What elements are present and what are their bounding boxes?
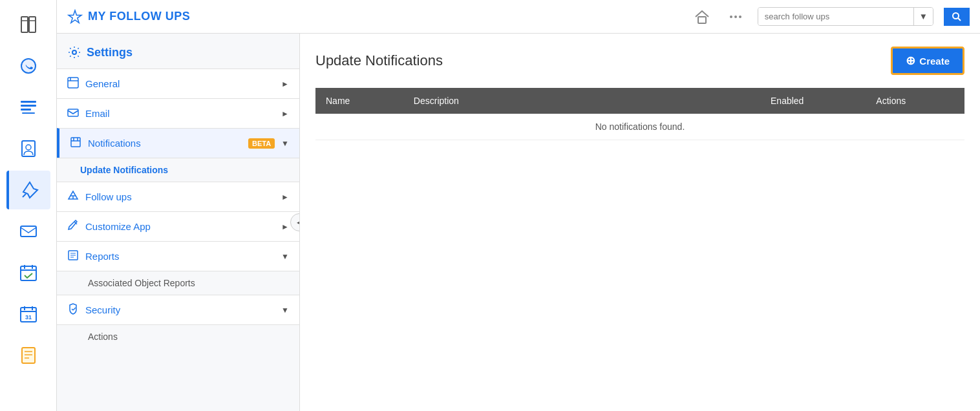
star-icon [67, 9, 83, 25]
no-data-message: No notifications found. [315, 114, 964, 140]
notifications-label: Notifications [88, 138, 238, 149]
main-content: Update Notifications ⊕ Create Name Descr… [300, 34, 980, 411]
svg-point-4 [21, 59, 36, 73]
general-icon [67, 77, 79, 90]
security-icon [67, 303, 79, 317]
customize-app-label: Customize App [85, 221, 275, 232]
follow-ups-label: Follow ups [85, 191, 275, 202]
nav-contacts[interactable] [6, 129, 50, 168]
app-title-text: MY FOLLOW UPS [88, 10, 190, 23]
page-title: Update Notifications [315, 52, 443, 69]
col-name: Name [315, 88, 403, 114]
svg-point-27 [730, 16, 732, 18]
sidebar-item-customize-app[interactable]: Customize App ► [57, 211, 299, 241]
svg-rect-13 [21, 266, 36, 280]
create-plus-icon: ⊕ [906, 54, 915, 68]
nav-phone[interactable] [6, 47, 50, 85]
svg-rect-8 [22, 112, 35, 114]
col-enabled: Enabled [760, 88, 866, 114]
col-description: Description [403, 88, 760, 114]
nav-book[interactable] [6, 5, 50, 44]
no-data-row: No notifications found. [315, 114, 964, 140]
email-icon [67, 107, 79, 120]
search-container: ▼ [758, 7, 933, 26]
nav-calendar-check[interactable] [6, 253, 50, 292]
svg-line-11 [23, 194, 26, 197]
home-button[interactable] [690, 5, 714, 28]
nav-mail[interactable] [6, 212, 50, 251]
nav-pin[interactable] [6, 171, 50, 209]
svg-point-28 [734, 16, 737, 18]
sidebar-item-notifications[interactable]: Notifications BETA ▼ [57, 128, 299, 158]
update-notifications-label: Update Notifications [80, 165, 168, 175]
security-label: Security [85, 304, 275, 315]
email-chevron: ► [281, 109, 289, 118]
actions-label: Actions [88, 332, 118, 342]
svg-rect-6 [21, 105, 36, 107]
svg-line-49 [73, 308, 76, 310]
email-label: Email [85, 108, 275, 119]
col-actions: Actions [866, 88, 964, 114]
svg-line-48 [72, 309, 73, 310]
svg-point-32 [72, 50, 76, 54]
svg-rect-5 [21, 101, 36, 103]
left-nav: 31 [0, 0, 57, 411]
notifications-icon [70, 136, 81, 150]
sidebar-sub-item-associated-object-reports[interactable]: Associated Object Reports [57, 271, 299, 295]
svg-rect-36 [68, 109, 78, 116]
svg-rect-12 [21, 226, 36, 237]
follow-ups-icon [67, 190, 79, 204]
notifications-table: Name Description Enabled Actions No noti… [315, 88, 964, 140]
general-label: General [85, 78, 275, 89]
svg-rect-22 [22, 348, 35, 363]
sidebar-item-general[interactable]: General ► [57, 68, 299, 98]
svg-rect-37 [71, 138, 80, 147]
nav-calendar[interactable]: 31 [6, 295, 50, 333]
nav-notes[interactable] [6, 336, 50, 375]
top-header: MY FOLLOW UPS ▼ [57, 0, 980, 34]
beta-badge: BETA [248, 138, 275, 149]
follow-ups-chevron: ► [281, 193, 289, 202]
reports-chevron: ▼ [281, 252, 289, 261]
reports-label: Reports [85, 251, 275, 262]
general-chevron: ► [281, 79, 289, 89]
svg-rect-33 [68, 78, 78, 88]
sidebar-item-security[interactable]: Security ▼ [57, 295, 299, 324]
search-dropdown-button[interactable]: ▼ [913, 8, 933, 25]
svg-text:31: 31 [25, 314, 31, 321]
more-button[interactable] [724, 5, 747, 28]
svg-point-29 [739, 16, 741, 18]
app-title: MY FOLLOW UPS [67, 9, 190, 25]
sidebar-item-reports[interactable]: Reports ▼ [57, 241, 299, 271]
customize-icon [67, 220, 79, 233]
sidebar: Settings General ► Email [57, 34, 300, 411]
reports-icon [67, 249, 79, 263]
notifications-chevron: ▼ [281, 139, 289, 148]
security-chevron: ▼ [281, 306, 289, 315]
svg-rect-0 [21, 17, 28, 32]
svg-point-10 [26, 145, 31, 150]
sidebar-title: Settings [87, 46, 133, 59]
sidebar-item-email[interactable]: Email ► [57, 98, 299, 128]
search-input[interactable] [758, 8, 913, 25]
customize-app-chevron: ► [281, 222, 289, 231]
content-header: Update Notifications ⊕ Create [315, 47, 964, 75]
search-go-button[interactable] [944, 8, 970, 26]
sidebar-sub-item-actions[interactable]: Actions [57, 324, 299, 348]
svg-rect-1 [29, 17, 36, 32]
associated-object-reports-label: Associated Object Reports [88, 278, 195, 288]
create-button[interactable]: ⊕ Create [891, 47, 964, 75]
settings-icon [67, 45, 81, 59]
header-icons: ▼ [690, 5, 970, 28]
sidebar-sub-item-update-notifications[interactable]: Update Notifications [57, 158, 299, 182]
sidebar-item-follow-ups[interactable]: Follow ups ► [57, 182, 299, 211]
sidebar-header: Settings [57, 34, 299, 68]
nav-list[interactable] [6, 88, 50, 127]
svg-rect-7 [21, 109, 31, 111]
svg-point-30 [953, 13, 959, 19]
create-button-label: Create [919, 56, 950, 67]
main-layout: Settings General ► Email [57, 34, 980, 411]
svg-rect-26 [698, 17, 706, 23]
svg-line-31 [958, 18, 961, 21]
